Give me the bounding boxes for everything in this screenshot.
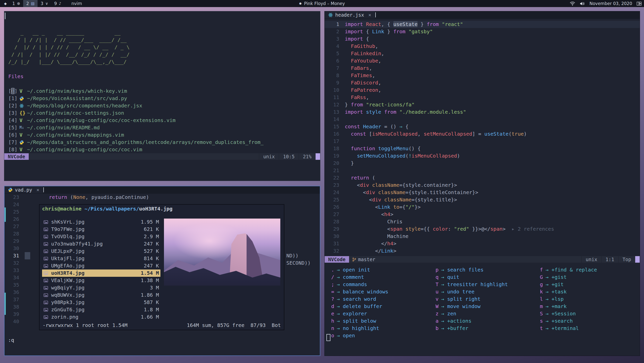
arrow-icon: → xyxy=(337,274,340,281)
which-key-binding[interactable]: .→open init xyxy=(327,266,431,274)
code-line: 16 const [isMenuCollapsed, setMenuCollap… xyxy=(325,130,640,138)
file-size: 1.54 M xyxy=(141,269,159,277)
lf-file-row[interactable]: T9o7FWe.jpg621 K xyxy=(42,226,160,233)
recent-file-item[interactable]: [3]{}~/.config/nvim/coc-settings.json xyxy=(8,109,320,117)
binding-label: undo tree xyxy=(447,288,474,295)
which-key-binding[interactable]: ?→search word xyxy=(327,295,431,303)
lf-file-row[interactable]: y08Rpk3.jpg587 K xyxy=(42,299,160,306)
file-index: [2] xyxy=(8,102,17,109)
lf-file-row[interactable]: wqBUWVx.jpg1.86 M xyxy=(42,291,160,299)
lf-file-row[interactable]: UMgEfAo.jpg247 K xyxy=(42,262,160,269)
volume-icon[interactable] xyxy=(580,2,585,6)
which-key-column: f→+find & replaceG→+gistg→+gitk→+taskl→+… xyxy=(535,266,640,339)
command-line[interactable]: :q xyxy=(8,337,14,343)
tab-header-jsx[interactable]: header.jsx × xyxy=(325,11,375,18)
code-text: <div className={style.titleContainer}> xyxy=(345,189,478,196)
which-key-binding[interactable]: p→search files xyxy=(431,266,535,274)
workspace-3[interactable]: 3∨ xyxy=(38,0,51,7)
workspace-2[interactable]: 2▤ xyxy=(23,0,38,7)
binding-key: f xyxy=(535,266,543,274)
line-number: 36 xyxy=(5,289,25,296)
file-name: VEaljKW.jpg xyxy=(51,277,141,284)
lf-file-row[interactable]: wgBqiyY.jpg3 M xyxy=(42,284,160,291)
which-key-binding[interactable]: l→+lsp xyxy=(535,295,640,303)
arrow-icon: → xyxy=(441,274,444,281)
which-key-binding[interactable]: =→balance windows xyxy=(327,288,431,295)
recent-file-item[interactable]: [2]~/Repos/blog/src/components/header.js… xyxy=(8,102,320,109)
binding-key: q xyxy=(431,274,438,281)
lf-file-row[interactable]: zorin.png1.66 M xyxy=(42,313,160,321)
code-line: 30 Machine xyxy=(325,233,640,240)
which-key-binding[interactable]: m→+mark xyxy=(535,303,640,310)
close-icon[interactable]: × xyxy=(37,187,39,193)
binding-label: split below xyxy=(343,317,376,325)
which-key-binding[interactable]: o→open xyxy=(327,332,431,339)
header-code-area[interactable]: 1import React, { useState } from "react"… xyxy=(325,19,640,255)
tab-vad-py[interactable]: vad.py × xyxy=(5,186,43,193)
lf-file-row[interactable]: TvOVDlq.jpg2.9 M xyxy=(42,233,160,240)
line-number: 1 xyxy=(325,21,345,28)
lf-user: chris@machine xyxy=(42,206,82,212)
which-key-binding[interactable]: z→zen xyxy=(431,310,535,317)
which-key-binding[interactable]: ;→commands xyxy=(327,281,431,288)
which-key-binding[interactable]: /→comment xyxy=(327,274,431,281)
layout-icon[interactable] xyxy=(637,2,641,6)
recent-file-item[interactable]: [0]V~/.config/nvim/keys/which-key.vim xyxy=(8,87,320,95)
workspace-music-icon: ♪ xyxy=(59,1,61,6)
code-text: import style from "./header.module.less" xyxy=(345,108,466,116)
lf-file-row[interactable]: UEJLpxP.jpg527 K xyxy=(42,248,160,255)
lf-file-row[interactable]: zGnGuT6.jpg1.8 M xyxy=(42,306,160,313)
lf-file-row[interactable]: UktajFl.jpg814 K xyxy=(42,255,160,262)
which-key-binding[interactable]: v→split right xyxy=(431,295,535,303)
which-key-binding[interactable]: g→+git xyxy=(535,281,640,288)
launcher-icon[interactable]: ◆ xyxy=(2,2,9,6)
start-screen[interactable]: _ __ _ __ ______ __ / | / /| | / // ____… xyxy=(4,11,320,153)
which-key-binding[interactable]: u→undo tree xyxy=(431,288,535,295)
which-key-binding[interactable]: s→+search xyxy=(535,317,640,325)
which-key-binding[interactable]: e→explorer xyxy=(327,310,431,317)
which-key-binding[interactable]: h→split below xyxy=(327,317,431,325)
recent-file-item[interactable]: [4]V~/.config/nvim/plug-config/coc/coc-e… xyxy=(8,117,320,124)
file-name: shKsVrL.jpg xyxy=(51,218,141,226)
which-key-binding[interactable]: t→+terminal xyxy=(535,325,640,332)
lf-file-row[interactable]: u7o3nwab7fy41.jpg247 K xyxy=(42,240,160,248)
arrow-icon: → xyxy=(546,303,549,310)
which-key-binding[interactable]: b→+buffer xyxy=(431,325,535,332)
file-index: [4] xyxy=(8,117,17,124)
recent-file-item[interactable]: [8]V~/.config/nvim/plug-config/coc/coc.v… xyxy=(8,146,320,153)
binding-label: explorer xyxy=(343,310,367,317)
recent-file-item[interactable]: [7]~/Repos/data_structures_and_algorithm… xyxy=(8,139,320,146)
code-text: } from "react-icons/fa" xyxy=(345,101,415,108)
code-line: 11 FaRss, xyxy=(325,94,640,101)
arrow-icon: → xyxy=(546,288,549,295)
which-key-binding[interactable]: W→move window xyxy=(431,303,535,310)
arrow-icon: → xyxy=(337,332,340,339)
binding-key: ; xyxy=(327,281,334,288)
which-key-binding[interactable]: d→delete buffer xyxy=(327,303,431,310)
recent-file-item[interactable]: [6]V~/.config/nvim/keys/mappings.vim xyxy=(8,131,320,139)
which-key-binding[interactable]: G→+gist xyxy=(535,274,640,281)
arrow-icon: → xyxy=(546,325,549,332)
file-size: 1.86 M xyxy=(141,291,159,299)
which-key-binding[interactable]: f→+find & replace xyxy=(535,266,640,274)
binding-key: b xyxy=(431,325,438,332)
lf-file-row[interactable]: shKsVrL.jpg1.95 M xyxy=(42,218,160,226)
wifi-icon[interactable] xyxy=(570,2,575,6)
lf-file-row[interactable]: VEaljKW.jpg1.38 M xyxy=(42,277,160,284)
which-key-binding[interactable]: S→+Session xyxy=(535,310,640,317)
which-key-binding[interactable]: n→no highlight xyxy=(327,325,431,332)
recent-file-item[interactable]: [1]~/Repos/VoiceAssistant/src/vad.py xyxy=(8,95,320,102)
line-number: 32 xyxy=(5,259,25,267)
workspace-9[interactable]: 9♪ xyxy=(51,0,64,7)
which-key-binding[interactable]: q→quit xyxy=(431,274,535,281)
cursor-position: 1:1 xyxy=(601,256,618,263)
close-icon[interactable]: × xyxy=(368,12,371,18)
which-key-binding[interactable]: a→+actions xyxy=(431,317,535,325)
workspace-1[interactable]: 1⊕ xyxy=(9,0,23,7)
recent-file-item[interactable]: [5]M↓~/.config/nvim/README.md xyxy=(8,124,320,131)
which-key-binding[interactable]: T→treesitter highlight xyxy=(431,281,535,288)
lf-file-row-selected[interactable]: uoH3RT4.jpg1.54 M xyxy=(42,269,160,277)
binding-label: +terminal xyxy=(552,325,579,332)
which-key-binding[interactable]: k→+task xyxy=(535,288,640,295)
file-size: 247 K xyxy=(144,262,159,269)
